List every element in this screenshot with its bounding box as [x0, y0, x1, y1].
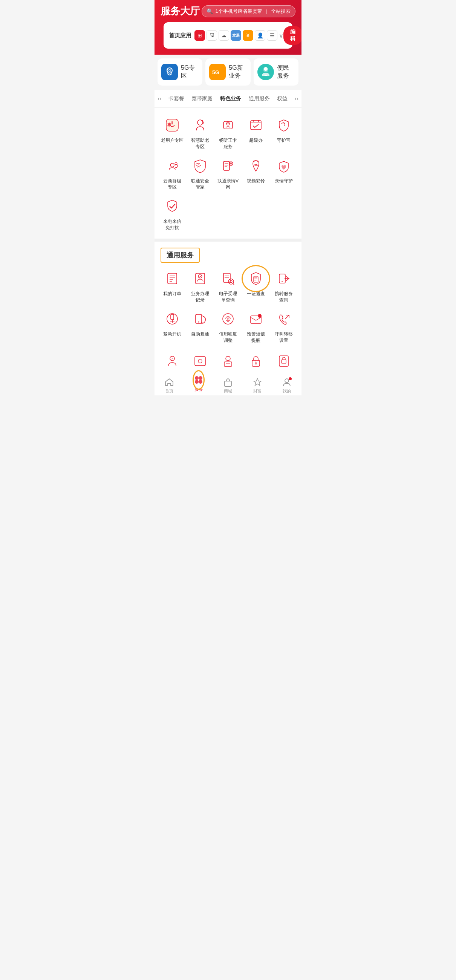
header-top: 服务大厅 🔍 1个手机号跨省装宽带 | 全站搜索: [160, 5, 296, 18]
app-bar-left: 首页应用 ⊞ 🖫 ☁ 发展 ¥ 👤 ☰ ∨: [169, 30, 283, 41]
tab-broadband[interactable]: 宽带家庭: [188, 94, 216, 103]
service-cloud-group[interactable]: 云商群组专区: [158, 156, 186, 191]
svg-point-66: [226, 356, 230, 361]
svg-point-46: [281, 281, 283, 282]
svg-rect-35: [224, 273, 230, 282]
service-label-biz-record: 业务办理记录: [191, 291, 209, 304]
service-video-ring[interactable]: 5G 视频彩铃: [242, 156, 270, 191]
service-smart-elder[interactable]: 智慧助老专区: [186, 115, 214, 150]
expand-icon[interactable]: ∨: [279, 32, 283, 39]
divider: |: [266, 8, 267, 14]
app-icon-2[interactable]: 🖫: [207, 30, 217, 41]
svg-text:!: !: [259, 315, 260, 318]
service-portability[interactable]: 携转服务查询: [270, 269, 298, 304]
service-alert-sms[interactable]: ! 预警短信提醒: [242, 309, 270, 344]
nav-wealth[interactable]: 财富: [243, 377, 272, 394]
service-no-disturb[interactable]: 来电来信免打扰: [158, 196, 186, 231]
svg-rect-28: [168, 273, 177, 284]
service-guardian[interactable]: 守护宝: [270, 115, 298, 150]
svg-point-70: [255, 362, 257, 364]
svg-point-36: [228, 279, 234, 284]
svg-point-17: [175, 162, 177, 165]
portability-icon: [274, 269, 294, 288]
service-home-visit[interactable]: ? 宽带测速: [158, 351, 186, 374]
service-credit-adjust[interactable]: 信 信用额度调整: [214, 309, 242, 344]
service-e-receipt[interactable]: 电子受理单查询: [214, 269, 242, 304]
nav-shop[interactable]: 商城: [213, 377, 243, 394]
tab-rights[interactable]: 权益: [274, 94, 291, 103]
service-label-video-ring: 视频彩铃: [247, 178, 265, 184]
service-emergency-on[interactable]: 紧急开机: [158, 309, 186, 344]
civic-icon: [257, 64, 274, 80]
full-search-label[interactable]: 全站搜索: [271, 8, 291, 15]
svg-text:信: 信: [227, 317, 229, 320]
edit-button[interactable]: 编辑: [283, 26, 302, 45]
tab-general[interactable]: 通用服务: [246, 94, 273, 103]
nav-home[interactable]: 首页: [154, 377, 184, 394]
service-auth-query[interactable]: 实名查询: [214, 351, 242, 374]
svg-text:5G: 5G: [167, 68, 171, 72]
nav-service[interactable]: 服务: [184, 377, 213, 394]
svg-point-75: [199, 376, 202, 380]
page-title: 服务大厅: [160, 5, 200, 18]
service-address-lock[interactable]: ! 携号知情: [242, 351, 270, 374]
tab-card[interactable]: 卡套餐: [165, 94, 187, 103]
service-label-alert-sms: 预警短信提醒: [247, 331, 265, 344]
service-security[interactable]: 联通安全管家: [186, 156, 214, 191]
5g-zone-icon: 5G: [161, 64, 178, 80]
service-family-v[interactable]: V 联通亲情V网: [214, 156, 242, 191]
tab-special[interactable]: 特色业务: [217, 94, 244, 103]
service-label-one-cert: 一证通查: [247, 291, 265, 297]
service-self-restore[interactable]: 自助复通: [186, 309, 214, 344]
service-label-self-restore: 自助复通: [191, 331, 209, 337]
app-icon-4[interactable]: 发展: [230, 30, 241, 41]
service-one-cert[interactable]: 一证通查: [242, 269, 270, 304]
svg-text:5G: 5G: [254, 163, 259, 167]
service-my-order[interactable]: 我的订单: [158, 269, 186, 304]
banner-row: 5G 5G专区 5G 5G新业务 便民服务: [157, 59, 299, 86]
service-old-user[interactable]: 惠 老用户专区: [158, 115, 186, 150]
banner-item-5g-zone[interactable]: 5G 5G专区: [157, 59, 202, 86]
address-lock-icon: !: [246, 351, 266, 371]
no-disturb-icon: [162, 196, 182, 216]
sim-lock-icon: [274, 351, 294, 371]
banner-label-5g-zone: 5G专区: [181, 64, 199, 80]
svg-point-16: [170, 163, 174, 167]
app-icon-3[interactable]: ☁: [219, 30, 229, 41]
svg-rect-67: [224, 362, 232, 366]
tab-right-arrow[interactable]: ››: [291, 95, 302, 102]
service-label-portability: 携转服务查询: [275, 291, 293, 304]
search-bar[interactable]: 🔍 1个手机号跨省装宽带 | 全站搜索: [202, 5, 296, 18]
section-divider: [154, 239, 302, 242]
app-icon-6[interactable]: 👤: [255, 30, 265, 41]
service-call-forward[interactable]: 呼叫转移设置: [270, 309, 298, 344]
tab-left-arrow[interactable]: ‹‹: [154, 95, 165, 102]
alert-sms-icon: !: [246, 309, 266, 329]
app-icon-7[interactable]: ☰: [267, 30, 277, 41]
svg-rect-49: [171, 314, 174, 320]
5g-new-icon: 5G: [209, 64, 226, 80]
service-biz-record[interactable]: 业务办理记录: [186, 269, 214, 304]
nav-mine[interactable]: 我的: [272, 377, 302, 394]
self-restore-icon: [190, 309, 210, 329]
family-v-icon: V: [218, 156, 238, 176]
banner-item-5g-new[interactable]: 5G 5G新业务: [205, 59, 250, 86]
service-label-call-forward: 呼叫转移设置: [275, 331, 293, 344]
service-enjoy-king[interactable]: 文 畅听王卡服务: [214, 115, 242, 150]
svg-line-61: [285, 315, 289, 319]
service-label-smart-elder: 智慧助老专区: [191, 137, 209, 150]
app-icon-1[interactable]: ⊞: [194, 30, 205, 41]
banner-item-civic[interactable]: 便民服务: [254, 59, 299, 86]
svg-rect-78: [225, 381, 231, 387]
service-label-credit-adjust: 信用额度调整: [219, 331, 237, 344]
service-family-guard[interactable]: 亲情守护: [270, 156, 298, 191]
app-icon-5[interactable]: ¥: [243, 30, 253, 41]
svg-point-79: [285, 379, 289, 383]
nav-wealth-label: 财富: [253, 388, 262, 394]
service-sim-lock[interactable]: 锁卡服务: [270, 351, 298, 374]
svg-rect-12: [251, 121, 261, 130]
cloud-group-icon: [162, 156, 182, 176]
service-label-old-user: 老用户专区: [161, 137, 184, 143]
mine-nav-icon: [282, 377, 292, 387]
service-super-office[interactable]: 超级办: [242, 115, 270, 150]
